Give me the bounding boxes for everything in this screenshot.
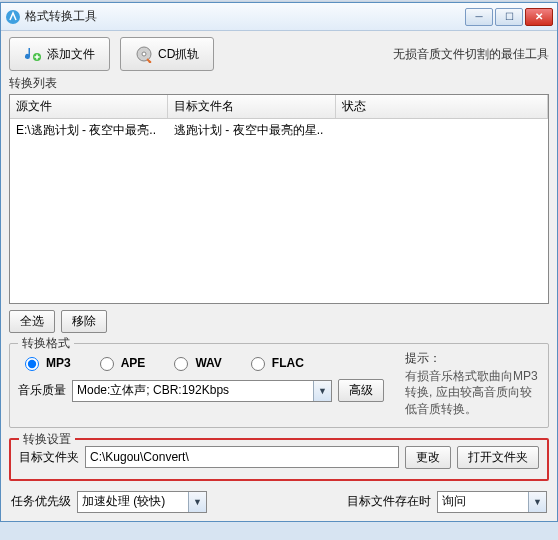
conversion-list: 源文件 目标文件名 状态 E:\逃跑计划 - 夜空中最亮.. 逃跑计划 - 夜空…	[9, 94, 549, 304]
radio-wav-input[interactable]	[174, 357, 188, 371]
close-button[interactable]: ✕	[525, 8, 553, 26]
list-header: 源文件 目标文件名 状态	[10, 95, 548, 119]
quality-combo[interactable]: Mode:立体声; CBR:192Kbps ▼	[72, 380, 332, 402]
list-row[interactable]: E:\逃跑计划 - 夜空中最亮.. 逃跑计划 - 夜空中最亮的星..	[10, 119, 548, 142]
exists-combo[interactable]: 询问 ▼	[437, 491, 547, 513]
app-window: 格式转换工具 ─ ☐ ✕ 添加文件 CD抓轨 无损音质文件切割的最佳工具 转换列…	[0, 2, 558, 522]
format-legend: 转换格式	[18, 335, 74, 352]
radio-mp3[interactable]: MP3	[20, 354, 71, 371]
tagline: 无损音质文件切割的最佳工具	[393, 46, 549, 63]
radio-flac-input[interactable]	[251, 357, 265, 371]
radio-ape[interactable]: APE	[95, 354, 146, 371]
radio-flac[interactable]: FLAC	[246, 354, 304, 371]
col-target[interactable]: 目标文件名	[168, 95, 336, 118]
radio-wav[interactable]: WAV	[169, 354, 221, 371]
folder-input[interactable]: C:\Kugou\Convert\	[85, 446, 399, 468]
col-source[interactable]: 源文件	[10, 95, 168, 118]
hint-title: 提示：	[405, 350, 540, 366]
change-folder-button[interactable]: 更改	[405, 446, 451, 469]
hint-box: 提示： 有损音乐格式歌曲向MP3转换, 应由较高音质向较低音质转换。	[405, 350, 540, 417]
minimize-button[interactable]: ─	[465, 8, 493, 26]
radio-ape-input[interactable]	[100, 357, 114, 371]
window-controls: ─ ☐ ✕	[465, 8, 553, 26]
hint-body: 有损音乐格式歌曲向MP3转换, 应由较高音质向较低音质转换。	[405, 368, 540, 417]
exists-label: 目标文件存在时	[347, 493, 431, 510]
exists-value: 询问	[442, 493, 466, 510]
list-buttons: 全选 移除	[9, 310, 549, 333]
music-add-icon	[24, 45, 42, 63]
cd-rip-button[interactable]: CD抓轨	[120, 37, 214, 71]
folder-label: 目标文件夹	[19, 449, 79, 466]
window-title: 格式转换工具	[25, 8, 465, 25]
svg-point-3	[142, 52, 146, 56]
add-file-button[interactable]: 添加文件	[9, 37, 110, 71]
priority-combo[interactable]: 加速处理 (较快) ▼	[77, 491, 207, 513]
format-group: 转换格式 MP3 APE WAV FLAC 音乐质量 Mode:立体声; CBR…	[9, 343, 549, 428]
toolbar: 添加文件 CD抓轨 无损音质文件切割的最佳工具	[9, 37, 549, 71]
bottom-row: 任务优先级 加速处理 (较快) ▼ 目标文件存在时 询问 ▼	[9, 491, 549, 513]
chevron-down-icon: ▼	[313, 381, 331, 401]
add-file-label: 添加文件	[47, 46, 95, 63]
remove-button[interactable]: 移除	[61, 310, 107, 333]
chevron-down-icon: ▼	[528, 492, 546, 512]
client-area: 添加文件 CD抓轨 无损音质文件切割的最佳工具 转换列表 源文件 目标文件名 状…	[1, 31, 557, 521]
quality-label: 音乐质量	[18, 382, 66, 399]
format-radios: MP3 APE WAV FLAC	[20, 354, 397, 371]
maximize-button[interactable]: ☐	[495, 8, 523, 26]
cd-icon	[135, 45, 153, 63]
titlebar: 格式转换工具 ─ ☐ ✕	[1, 3, 557, 31]
open-folder-button[interactable]: 打开文件夹	[457, 446, 539, 469]
quality-value: Mode:立体声; CBR:192Kbps	[77, 382, 229, 399]
list-title: 转换列表	[9, 75, 549, 92]
col-status[interactable]: 状态	[336, 95, 548, 118]
priority-label: 任务优先级	[11, 493, 71, 510]
cell-status	[336, 119, 548, 142]
priority-value: 加速处理 (较快)	[82, 493, 165, 510]
cd-rip-label: CD抓轨	[158, 46, 199, 63]
select-all-button[interactable]: 全选	[9, 310, 55, 333]
cell-source: E:\逃跑计划 - 夜空中最亮..	[10, 119, 168, 142]
settings-group: 转换设置 目标文件夹 C:\Kugou\Convert\ 更改 打开文件夹	[9, 438, 549, 481]
list-body[interactable]: E:\逃跑计划 - 夜空中最亮.. 逃跑计划 - 夜空中最亮的星..	[10, 119, 548, 303]
folder-value: C:\Kugou\Convert\	[90, 450, 189, 464]
settings-legend: 转换设置	[19, 431, 75, 448]
cell-target: 逃跑计划 - 夜空中最亮的星..	[168, 119, 336, 142]
quality-row: 音乐质量 Mode:立体声; CBR:192Kbps ▼ 高级	[18, 379, 397, 402]
advanced-button[interactable]: 高级	[338, 379, 384, 402]
app-icon	[5, 9, 21, 25]
chevron-down-icon: ▼	[188, 492, 206, 512]
radio-mp3-input[interactable]	[25, 357, 39, 371]
